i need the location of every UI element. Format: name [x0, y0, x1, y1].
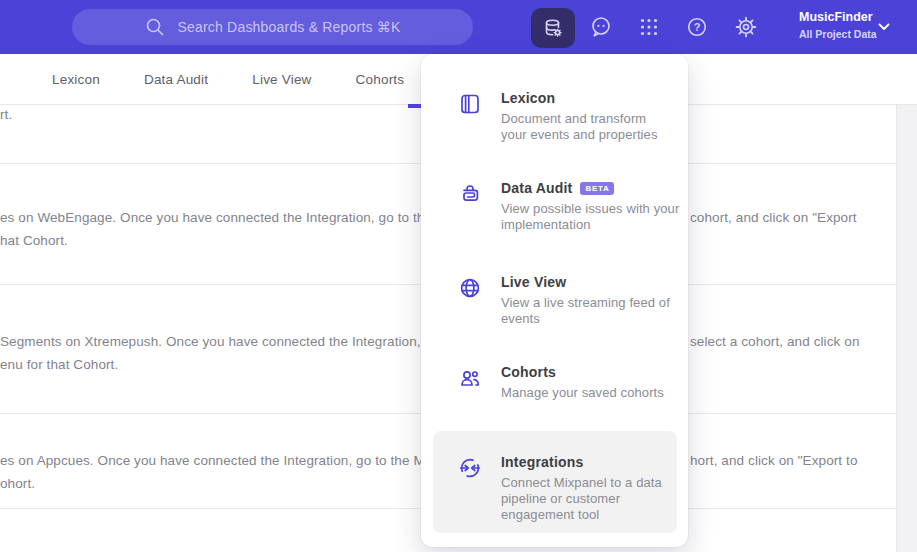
- data-management-icon: [541, 16, 565, 40]
- menu-item-title: Lexicon: [501, 90, 555, 106]
- search-icon: [144, 16, 166, 38]
- globe-icon: [458, 276, 482, 300]
- menu-item-title: Data Audit: [501, 180, 572, 196]
- content-text: select a cohort, and click on: [690, 334, 860, 349]
- content-text: Segments on Xtremepush. Once you have co…: [0, 334, 421, 349]
- menu-item-title: Cohorts: [501, 364, 556, 380]
- menu-item-title: Integrations: [501, 454, 584, 470]
- content-text: es on WebEngage. Once you have connected…: [0, 210, 432, 225]
- sync-arrows-icon: [458, 456, 482, 480]
- data-management-button[interactable]: [531, 8, 575, 48]
- project-switcher[interactable]: MusicFinder All Project Data: [799, 10, 877, 41]
- menu-item-live-view[interactable]: Live View View a live streaming feed of …: [421, 274, 688, 327]
- content-text: enu for that Cohort.: [0, 357, 118, 372]
- content-text: cohort, and click on "Export: [690, 210, 857, 225]
- menu-item-description: Connect Mixpanel to a data pipeline or c…: [501, 475, 683, 523]
- tab-lexicon[interactable]: Lexicon: [52, 72, 100, 87]
- help-button[interactable]: ?: [685, 15, 709, 39]
- menu-item-description: Manage your saved cohorts: [501, 385, 683, 401]
- people-icon: [458, 366, 482, 390]
- menu-item-description: View possible issues with your implement…: [501, 201, 683, 233]
- data-management-menu: Lexicon Document and transform your even…: [421, 54, 688, 547]
- menu-item-data-audit[interactable]: Data Audit BETA View possible issues wit…: [421, 180, 688, 233]
- content-text: hat Cohort.: [0, 233, 68, 248]
- chevron-down-icon[interactable]: [878, 23, 890, 31]
- menu-item-integrations[interactable]: Integrations Connect Mixpanel to a data …: [421, 454, 688, 523]
- feedback-bubble-icon: [589, 15, 613, 39]
- search-placeholder: Search Dashboards & Reports ⌘K: [177, 19, 400, 35]
- content-text: ohort.: [0, 476, 35, 491]
- audit-lock-icon: [458, 182, 482, 206]
- tab-data-audit[interactable]: Data Audit: [144, 72, 208, 87]
- content-text: es on Appcues. Once you have connected t…: [0, 453, 425, 468]
- menu-item-description: View a live streaming feed of events: [501, 295, 683, 327]
- apps-button[interactable]: [637, 15, 661, 39]
- page-gutter: [897, 104, 917, 552]
- menu-item-title: Live View: [501, 274, 566, 290]
- content-text: hort, and click on "Export to: [690, 453, 858, 468]
- app-window: rt. es on WebEngage. Once you have conne…: [0, 0, 917, 552]
- help-icon: ?: [685, 15, 709, 39]
- apps-grid-icon: [637, 15, 661, 39]
- tab-live-view[interactable]: Live View: [252, 72, 311, 87]
- svg-text:?: ?: [694, 21, 701, 33]
- settings-button[interactable]: [734, 15, 758, 39]
- beta-badge: BETA: [580, 182, 614, 195]
- project-scope: All Project Data: [799, 28, 877, 41]
- settings-gear-icon: [734, 15, 758, 39]
- project-name: MusicFinder: [799, 10, 877, 26]
- menu-item-description: Document and transform your events and p…: [501, 111, 683, 143]
- top-bar: Search Dashboards & Reports ⌘K: [0, 0, 917, 54]
- content-text: rt.: [0, 107, 12, 122]
- feedback-button[interactable]: [589, 15, 613, 39]
- tab-cohorts[interactable]: Cohorts: [356, 72, 405, 87]
- menu-item-lexicon[interactable]: Lexicon Document and transform your even…: [421, 90, 688, 143]
- menu-item-cohorts[interactable]: Cohorts Manage your saved cohorts: [421, 364, 688, 401]
- search-input[interactable]: Search Dashboards & Reports ⌘K: [72, 9, 473, 45]
- book-icon: [458, 92, 482, 116]
